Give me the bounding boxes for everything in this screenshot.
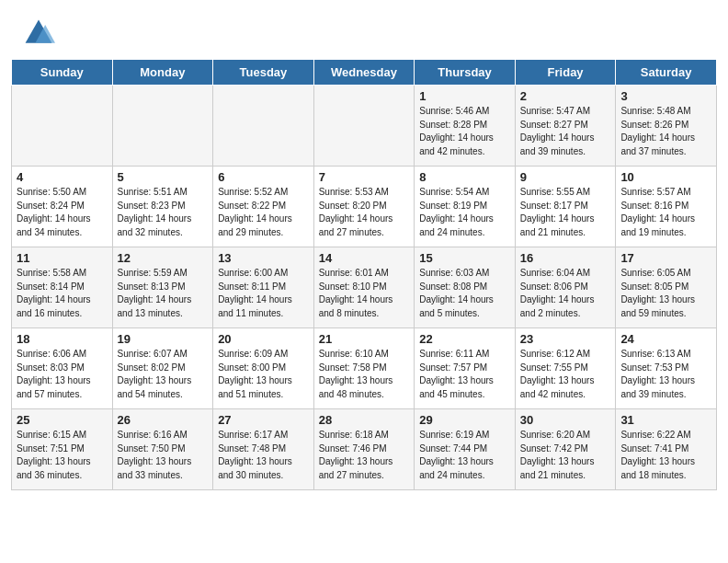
calendar-cell: 5Sunrise: 5:51 AM Sunset: 8:23 PM Daylig… [112,167,213,247]
calendar-cell: 11Sunrise: 5:58 AM Sunset: 8:14 PM Dayli… [12,247,113,328]
day-number: 20 [218,332,309,346]
calendar-cell: 14Sunrise: 6:01 AM Sunset: 8:10 PM Dayli… [313,247,415,328]
day-info: Sunrise: 5:51 AM Sunset: 8:23 PM Dayligh… [118,186,209,239]
day-header-friday: Friday [515,60,616,86]
calendar-cell: 27Sunrise: 6:17 AM Sunset: 7:48 PM Dayli… [213,409,314,490]
calendar-cell: 4Sunrise: 5:50 AM Sunset: 8:24 PM Daylig… [12,167,113,247]
calendar-cell: 20Sunrise: 6:09 AM Sunset: 8:00 PM Dayli… [213,328,314,409]
week-row-1: 1Sunrise: 5:46 AM Sunset: 8:28 PM Daylig… [12,86,717,167]
day-info: Sunrise: 6:06 AM Sunset: 8:03 PM Dayligh… [17,348,108,401]
week-row-2: 4Sunrise: 5:50 AM Sunset: 8:24 PM Daylig… [12,167,717,247]
day-info: Sunrise: 5:57 AM Sunset: 8:16 PM Dayligh… [620,186,711,239]
day-number: 21 [319,332,410,346]
day-number: 19 [118,332,209,346]
day-number: 29 [419,413,510,427]
calendar-cell: 26Sunrise: 6:16 AM Sunset: 7:50 PM Dayli… [112,409,213,490]
day-info: Sunrise: 6:20 AM Sunset: 7:42 PM Dayligh… [520,429,611,482]
day-info: Sunrise: 5:47 AM Sunset: 8:27 PM Dayligh… [520,105,611,158]
week-row-5: 25Sunrise: 6:15 AM Sunset: 7:51 PM Dayli… [12,409,717,490]
day-info: Sunrise: 5:55 AM Sunset: 8:17 PM Dayligh… [520,186,611,239]
calendar-cell: 30Sunrise: 6:20 AM Sunset: 7:42 PM Dayli… [515,409,616,490]
week-row-4: 18Sunrise: 6:06 AM Sunset: 8:03 PM Dayli… [12,328,717,409]
day-number: 8 [419,170,510,184]
day-number: 9 [520,170,611,184]
day-number: 11 [17,251,108,265]
calendar-table: SundayMondayTuesdayWednesdayThursdayFrid… [11,59,717,490]
day-info: Sunrise: 6:18 AM Sunset: 7:46 PM Dayligh… [319,429,410,482]
calendar-cell: 23Sunrise: 6:12 AM Sunset: 7:55 PM Dayli… [515,328,616,409]
day-number: 16 [520,251,611,265]
calendar-cell: 13Sunrise: 6:00 AM Sunset: 8:11 PM Dayli… [213,247,314,328]
calendar-cell: 24Sunrise: 6:13 AM Sunset: 7:53 PM Dayli… [616,328,717,409]
calendar-cell: 9Sunrise: 5:55 AM Sunset: 8:17 PM Daylig… [515,167,616,247]
day-header-sunday: Sunday [12,60,113,86]
day-info: Sunrise: 6:13 AM Sunset: 7:53 PM Dayligh… [620,348,711,401]
calendar-body: 1Sunrise: 5:46 AM Sunset: 8:28 PM Daylig… [12,86,717,490]
calendar-cell: 17Sunrise: 6:05 AM Sunset: 8:05 PM Dayli… [616,247,717,328]
day-info: Sunrise: 6:09 AM Sunset: 8:00 PM Dayligh… [218,348,309,401]
day-info: Sunrise: 6:03 AM Sunset: 8:08 PM Dayligh… [419,267,510,320]
day-number: 17 [620,251,711,265]
day-info: Sunrise: 5:50 AM Sunset: 8:24 PM Dayligh… [17,186,108,239]
day-info: Sunrise: 6:10 AM Sunset: 7:58 PM Dayligh… [319,348,410,401]
day-header-row: SundayMondayTuesdayWednesdayThursdayFrid… [12,60,717,86]
day-info: Sunrise: 6:17 AM Sunset: 7:48 PM Dayligh… [218,429,309,482]
day-number: 13 [218,251,309,265]
day-header-tuesday: Tuesday [213,60,314,86]
day-header-wednesday: Wednesday [313,60,415,86]
day-info: Sunrise: 6:22 AM Sunset: 7:41 PM Dayligh… [620,429,711,482]
day-number: 22 [419,332,510,346]
day-info: Sunrise: 6:00 AM Sunset: 8:11 PM Dayligh… [218,267,309,320]
day-number: 10 [620,170,711,184]
day-number: 1 [419,89,510,103]
calendar-cell [213,86,314,167]
day-info: Sunrise: 5:52 AM Sunset: 8:22 PM Dayligh… [218,186,309,239]
calendar-cell: 15Sunrise: 6:03 AM Sunset: 8:08 PM Dayli… [415,247,516,328]
calendar-cell [313,86,415,167]
day-info: Sunrise: 6:01 AM Sunset: 8:10 PM Dayligh… [319,267,410,320]
day-number: 3 [620,89,711,103]
day-number: 26 [118,413,209,427]
day-number: 2 [520,89,611,103]
day-info: Sunrise: 5:54 AM Sunset: 8:19 PM Dayligh… [419,186,510,239]
calendar-cell: 2Sunrise: 5:47 AM Sunset: 8:27 PM Daylig… [515,86,616,167]
calendar-cell: 7Sunrise: 5:53 AM Sunset: 8:20 PM Daylig… [313,167,415,247]
calendar-cell: 19Sunrise: 6:07 AM Sunset: 8:02 PM Dayli… [112,328,213,409]
calendar-cell: 21Sunrise: 6:10 AM Sunset: 7:58 PM Dayli… [313,328,415,409]
calendar-cell: 25Sunrise: 6:15 AM Sunset: 7:51 PM Dayli… [12,409,113,490]
calendar-cell: 16Sunrise: 6:04 AM Sunset: 8:06 PM Dayli… [515,247,616,328]
day-number: 5 [118,170,209,184]
calendar-cell [12,86,113,167]
calendar-cell: 12Sunrise: 5:59 AM Sunset: 8:13 PM Dayli… [112,247,213,328]
day-number: 14 [319,251,410,265]
day-info: Sunrise: 6:11 AM Sunset: 7:57 PM Dayligh… [419,348,510,401]
day-info: Sunrise: 5:46 AM Sunset: 8:28 PM Dayligh… [419,105,510,158]
day-number: 7 [319,170,410,184]
day-number: 15 [419,251,510,265]
day-number: 27 [218,413,309,427]
calendar-cell: 3Sunrise: 5:48 AM Sunset: 8:26 PM Daylig… [616,86,717,167]
day-number: 4 [17,170,108,184]
day-number: 28 [319,413,410,427]
day-number: 12 [118,251,209,265]
calendar-cell: 1Sunrise: 5:46 AM Sunset: 8:28 PM Daylig… [415,86,516,167]
day-info: Sunrise: 6:15 AM Sunset: 7:51 PM Dayligh… [17,429,108,482]
calendar-header: SundayMondayTuesdayWednesdayThursdayFrid… [12,60,717,86]
calendar-wrap: SundayMondayTuesdayWednesdayThursdayFrid… [0,59,728,501]
calendar-cell: 22Sunrise: 6:11 AM Sunset: 7:57 PM Dayli… [415,328,516,409]
day-info: Sunrise: 6:04 AM Sunset: 8:06 PM Dayligh… [520,267,611,320]
day-number: 25 [17,413,108,427]
calendar-cell [112,86,213,167]
page-header [0,0,728,59]
day-header-saturday: Saturday [616,60,717,86]
week-row-3: 11Sunrise: 5:58 AM Sunset: 8:14 PM Dayli… [12,247,717,328]
day-info: Sunrise: 5:59 AM Sunset: 8:13 PM Dayligh… [118,267,209,320]
day-header-monday: Monday [112,60,213,86]
calendar-cell: 31Sunrise: 6:22 AM Sunset: 7:41 PM Dayli… [616,409,717,490]
calendar-cell: 29Sunrise: 6:19 AM Sunset: 7:44 PM Dayli… [415,409,516,490]
day-number: 30 [520,413,611,427]
day-info: Sunrise: 5:58 AM Sunset: 8:14 PM Dayligh… [17,267,108,320]
day-info: Sunrise: 5:53 AM Sunset: 8:20 PM Dayligh… [319,186,410,239]
day-info: Sunrise: 6:05 AM Sunset: 8:05 PM Dayligh… [620,267,711,320]
calendar-cell: 8Sunrise: 5:54 AM Sunset: 8:19 PM Daylig… [415,167,516,247]
